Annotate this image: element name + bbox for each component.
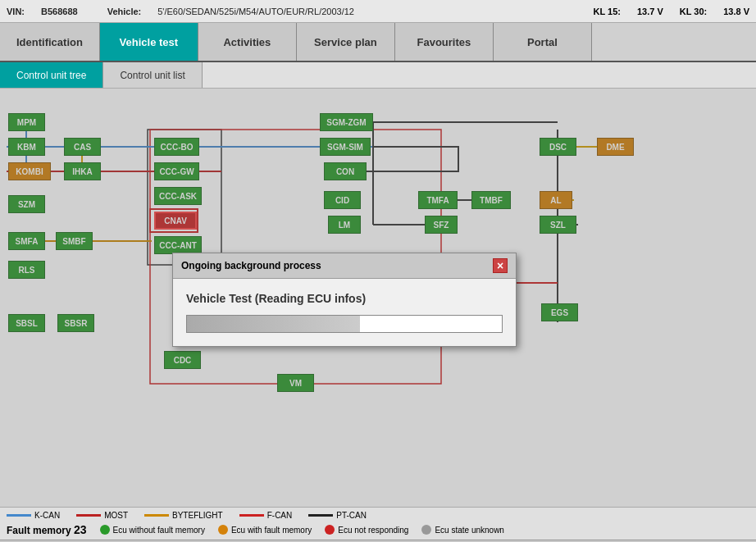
byteflight-legend: BYTEFLIGHT xyxy=(144,511,223,520)
not-responding-legend: Ecu not responding xyxy=(325,525,408,535)
vehicle-label: Vehicle: xyxy=(107,7,142,16)
no-fault-label: Ecu without fault memory xyxy=(113,526,205,535)
sub-tabs: Control unit tree Control unit list xyxy=(0,62,756,89)
progress-bar xyxy=(186,315,503,333)
top-bar: VIN: B568688 Vehicle: 5'/E60/SEDAN/525i/… xyxy=(0,0,756,23)
subtab-control-unit-tree[interactable]: Control unit tree xyxy=(0,62,103,88)
tab-identification[interactable]: Identification xyxy=(0,23,100,61)
k-can-label: K-CAN xyxy=(34,511,60,520)
f-can-line xyxy=(239,514,264,517)
k-can-legend: K-CAN xyxy=(7,511,60,520)
f-can-label: F-CAN xyxy=(267,511,293,520)
most-line xyxy=(76,514,101,517)
not-responding-dot xyxy=(325,525,335,535)
kl30-label: KL 30: xyxy=(680,7,707,16)
tab-portal[interactable]: Portal xyxy=(494,23,592,61)
dialog-header-text: Ongoing background process xyxy=(181,260,321,271)
tab-activities[interactable]: Activities xyxy=(198,23,297,61)
ecu-state-legend-row: Fault memory 23 Ecu without fault memory… xyxy=(7,523,749,536)
vin-info: VIN: B568688 Vehicle: 5'/E60/SEDAN/525i/… xyxy=(7,7,354,16)
tab-favourites[interactable]: Favourites xyxy=(395,23,494,61)
tab-service-plan[interactable]: Service plan xyxy=(297,23,395,61)
kl-info: KL 15: 13.7 V KL 30: 13.8 V xyxy=(594,7,749,16)
vin-value: B568688 xyxy=(41,7,78,16)
with-fault-dot xyxy=(218,525,228,535)
not-responding-label: Ecu not responding xyxy=(338,526,408,535)
k-can-line xyxy=(7,514,31,517)
byteflight-line xyxy=(144,514,169,517)
byteflight-label: BYTEFLIGHT xyxy=(172,511,223,520)
dialog-header: Ongoing background process × xyxy=(173,253,516,279)
most-legend: MOST xyxy=(76,511,128,520)
no-fault-dot xyxy=(100,525,110,535)
progress-bar-fill xyxy=(187,316,360,332)
kl15-value: 13.7 V xyxy=(637,7,663,16)
with-fault-label: Ecu with fault memory xyxy=(231,526,312,535)
dialog-close-button[interactable]: × xyxy=(493,258,508,273)
legend-area: K-CAN MOST BYTEFLIGHT F-CAN PT-CAN Fault… xyxy=(0,507,756,540)
vehicle-value: 5'/E60/SEDAN/525i/M54/AUTO/EUR/RL/2003/1… xyxy=(157,7,354,16)
no-fault-legend: Ecu without fault memory xyxy=(100,525,205,535)
tab-vehicle-test[interactable]: Vehicle test xyxy=(100,23,198,61)
with-fault-legend: Ecu with fault memory xyxy=(218,525,312,535)
dialog-overlay: Ongoing background process × Vehicle Tes… xyxy=(0,89,756,507)
subtab-control-unit-list[interactable]: Control unit list xyxy=(103,62,202,88)
dialog-title: Vehicle Test (Reading ECU infos) xyxy=(186,292,503,305)
fault-memory-label: Fault memory 23 xyxy=(7,523,87,536)
dialog: Ongoing background process × Vehicle Tes… xyxy=(172,253,517,347)
fault-memory-value: 23 xyxy=(74,523,87,536)
f-can-legend: F-CAN xyxy=(239,511,293,520)
state-unknown-legend: Ecu state unknown xyxy=(421,525,504,535)
kl30-value: 13.8 V xyxy=(723,7,749,16)
most-label: MOST xyxy=(104,511,128,520)
state-unknown-dot xyxy=(421,525,431,535)
nav-tabs: Identification Vehicle test Activities S… xyxy=(0,23,756,62)
pt-can-line xyxy=(308,514,333,517)
state-unknown-label: Ecu state unknown xyxy=(435,526,504,535)
pt-can-legend: PT-CAN xyxy=(308,511,367,520)
vin-label: VIN: xyxy=(7,7,25,16)
can-legend-row: K-CAN MOST BYTEFLIGHT F-CAN PT-CAN xyxy=(7,511,749,520)
dialog-body: Vehicle Test (Reading ECU infos) xyxy=(173,279,516,346)
main-area: MPMKBMKOMBISZMSMFARLSSBSLSBSRCASIHKASMBF… xyxy=(0,89,756,507)
kl15-label: KL 15: xyxy=(594,7,621,16)
pt-can-label: PT-CAN xyxy=(336,511,367,520)
